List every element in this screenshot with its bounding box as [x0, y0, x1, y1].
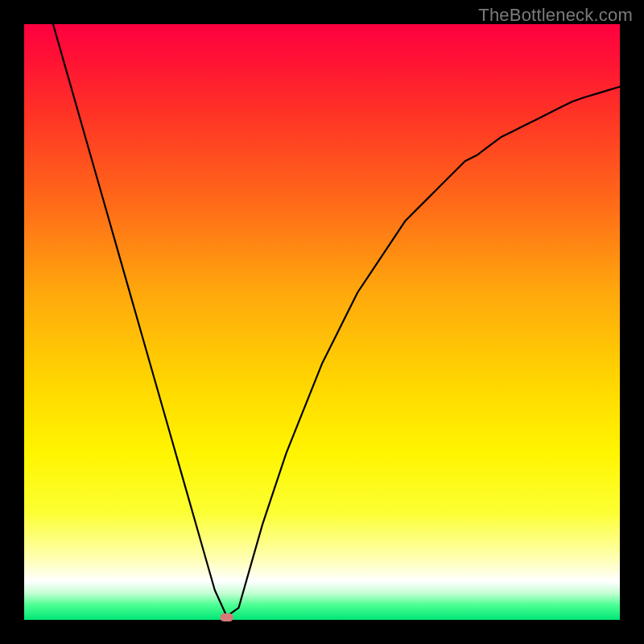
watermark-text: TheBottleneck.com — [478, 5, 633, 26]
chart-frame: TheBottleneck.com — [0, 0, 644, 644]
bottleneck-chart-canvas — [0, 0, 644, 644]
